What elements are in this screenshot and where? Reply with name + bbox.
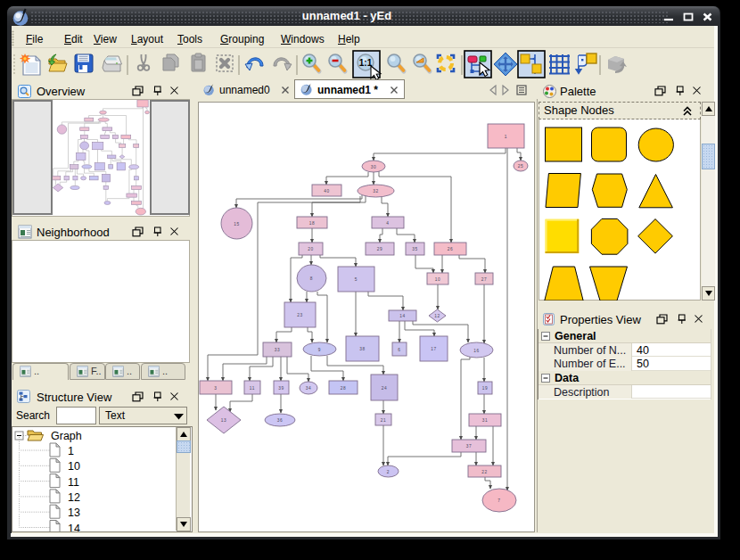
svg-text:18: 18 (309, 221, 316, 226)
svg-text:23: 23 (297, 313, 303, 317)
svg-text:1: 1 (505, 135, 507, 139)
svg-text:12: 12 (434, 314, 440, 318)
svg-text:12: 12 (68, 491, 80, 504)
svg-text:15: 15 (234, 222, 240, 226)
svg-text:Graph: Graph (51, 430, 82, 442)
svg-text:4: 4 (386, 221, 389, 226)
svg-text:14: 14 (68, 523, 80, 532)
svg-text:8: 8 (310, 276, 313, 281)
svg-text:5: 5 (355, 277, 358, 282)
svg-text:1: 1 (68, 445, 74, 457)
svg-text:32: 32 (373, 189, 379, 194)
svg-text:37: 37 (466, 444, 473, 449)
svg-text:11: 11 (250, 386, 255, 391)
svg-text:22: 22 (481, 470, 488, 474)
svg-text:6: 6 (398, 348, 400, 352)
svg-text:1:1: 1:1 (359, 58, 373, 68)
svg-text:33: 33 (275, 348, 281, 352)
svg-text:10: 10 (435, 277, 441, 282)
svg-text:13: 13 (221, 418, 227, 423)
svg-text:27: 27 (481, 277, 488, 282)
svg-text:20: 20 (308, 247, 314, 251)
svg-text:19: 19 (482, 386, 489, 391)
svg-text:21: 21 (381, 418, 387, 423)
svg-text:40: 40 (324, 189, 330, 194)
svg-text:10: 10 (68, 460, 80, 473)
svg-text:14: 14 (399, 314, 406, 318)
svg-text:36: 36 (277, 418, 284, 423)
svg-text:26: 26 (448, 247, 454, 251)
svg-text:25: 25 (518, 164, 524, 169)
svg-text:17: 17 (431, 347, 437, 351)
svg-text:35: 35 (412, 247, 418, 251)
svg-text:24: 24 (382, 386, 388, 391)
svg-text:34: 34 (306, 386, 312, 391)
svg-text:30: 30 (371, 165, 377, 169)
svg-text:39: 39 (278, 386, 284, 391)
svg-text:11: 11 (68, 476, 79, 489)
svg-text:2: 2 (387, 470, 390, 474)
svg-text:13: 13 (68, 506, 80, 519)
svg-text:38: 38 (359, 347, 366, 351)
svg-text:7: 7 (497, 498, 500, 503)
svg-text:9: 9 (318, 348, 321, 352)
svg-text:31: 31 (482, 418, 489, 423)
svg-text:29: 29 (377, 247, 383, 251)
svg-text:16: 16 (473, 349, 480, 353)
svg-text:3: 3 (214, 386, 217, 391)
svg-text:28: 28 (341, 386, 347, 391)
